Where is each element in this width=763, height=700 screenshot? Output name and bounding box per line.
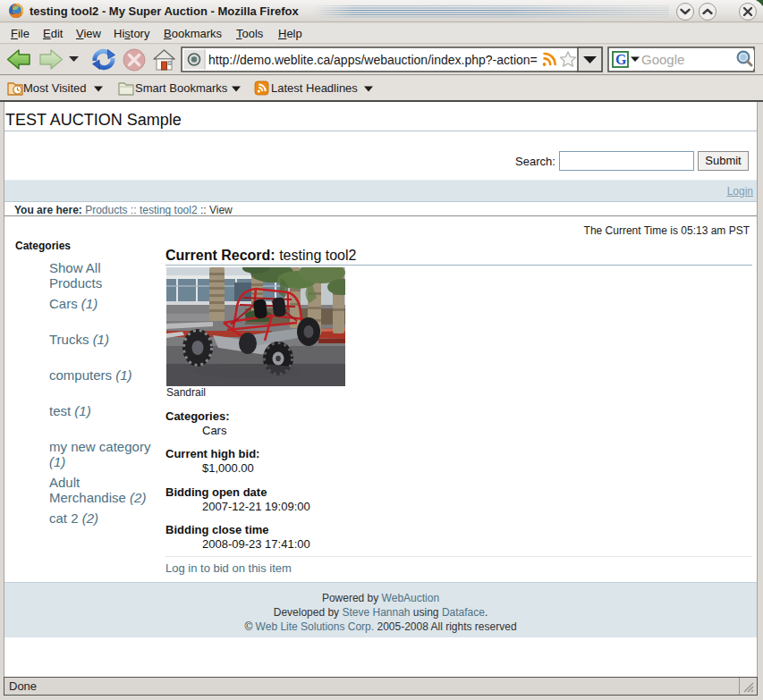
svg-text:http://demo.weblite.ca/apps/we: http://demo.weblite.ca/apps/webauction/i…: [208, 53, 538, 67]
svg-text:G: G: [615, 52, 627, 67]
svg-text:Google: Google: [641, 52, 684, 67]
